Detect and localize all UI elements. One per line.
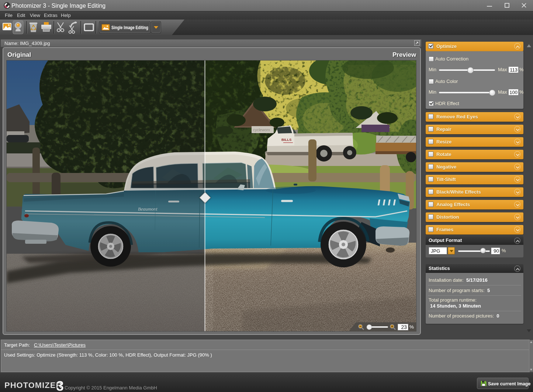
svg-text:PHOTOMIZER: PHOTOMIZER	[4, 381, 62, 390]
svg-text:3: 3	[56, 378, 64, 392]
svg-text:Single Image Editing: Single Image Editing	[111, 25, 148, 30]
svg-text:cycleworx: cycleworx	[253, 128, 270, 132]
svg-text:BILLS: BILLS	[281, 138, 291, 142]
